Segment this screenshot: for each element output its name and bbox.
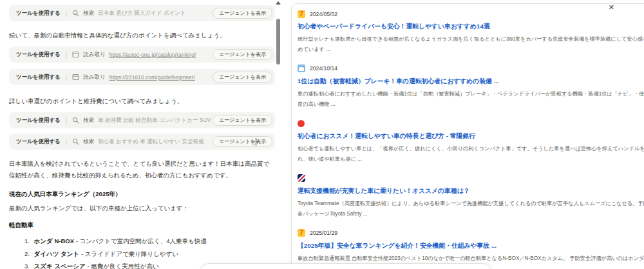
tool-name: 検索 (83, 117, 94, 125)
tool-use-label: ツールを使用する (16, 138, 61, 146)
search-query: 初心者 おすすめ 車 運転しやすい 安全装備 (98, 138, 204, 146)
result-title-link[interactable]: 1位は自動（被害軽減）ブレーキ！車の運転初心者におすすめの装備 ... (298, 77, 644, 86)
tool-use-label: ツールを使用する (16, 51, 61, 59)
tool-name: 検索 (83, 138, 94, 146)
result-snippet: 車の運転初心者におすすめしたい機能・装備1位は「自動（被害軽減）ブレーキ」・ベテ… (298, 89, 644, 110)
scrollbar[interactable] (275, 0, 281, 269)
list-number: 1. (24, 237, 30, 244)
red-dot-favicon-icon (298, 120, 305, 127)
separator: | (64, 10, 68, 17)
show-agent-button[interactable]: エージェントを表示 (213, 136, 272, 147)
show-agent-button-label: エージェントを表示 (219, 139, 266, 144)
result-title-link[interactable]: 運転支援機能が充実した車に乗りたい！オススメの車種は？ (298, 187, 644, 195)
search-result: 運転支援機能が充実した車に乗りたい！オススメの車種は？ Toyota Teamm… (298, 174, 644, 219)
search-result: 2024/10/14 1位は自動（被害軽減）ブレーキ！車の運転初心者におすすめの… (298, 65, 644, 110)
orange-7-favicon-icon (298, 229, 305, 237)
result-title-link[interactable]: 初心者におススメ！運転しやすい車の特長と選び方 - 常陽銀行 (298, 132, 644, 141)
tool-use-label: ツールを使用する (16, 74, 61, 81)
separator: | (64, 52, 68, 58)
search-query: 日本車 選び方 購入ガイド ポイント (98, 10, 185, 17)
car-description: - 燃費が良く実用性が高い (87, 263, 158, 269)
tool-use-entry-search-3[interactable]: ツールを使用する | 検索 初心者 おすすめ 車 運転しやすい 安全装備 エージ… (9, 134, 275, 150)
search-icon (72, 10, 79, 17)
show-agent-button[interactable]: エージェントを表示 (213, 8, 272, 19)
result-date: 2024/05/02 (310, 11, 337, 17)
tool-use-entry-read-2[interactable]: ツールを使用する | 読み取り https://221616.com/guide… (9, 69, 275, 85)
scroll-up-arrow-icon[interactable] (276, 1, 281, 5)
text-cursor (256, 138, 256, 146)
close-icon[interactable]: ✕ (609, 4, 614, 11)
orange-7-favicon-icon (298, 10, 305, 18)
result-title-link[interactable]: 【2025年版】安全な車ランキングを紹介！安全機能・仕組みや事故 ... (298, 242, 644, 250)
car-description: - スライドドアで乗り降りしやすい (81, 250, 178, 257)
result-snippet: 現行型セレナも運転席から目視できる範囲が広くなるようガラス面を広く取るとともに3… (298, 34, 644, 55)
car-description: - コンパクトで室内空間が広く、4人乗車も快適 (76, 237, 207, 244)
list-item: 2. ダイハツ タント - スライドドアで乗り降りしやすい (24, 248, 275, 260)
separator: | (64, 74, 68, 81)
tool-use-entry-search-1[interactable]: ツールを使用する | 検索 日本車 選び方 購入ガイド ポイント エージェントを… (9, 5, 275, 21)
result-snippet: 初心者でも運転しやすい車とは、「視界が広く、疲れにくく、小回りの利くコンパクト車… (298, 144, 644, 164)
list-number: 2. (24, 250, 30, 257)
assistant-message: 詳しい車選びのポイントと維持費について調べてみましょう。 (9, 95, 275, 107)
show-agent-button[interactable]: エージェントを表示 (213, 115, 272, 126)
tool-name: 検索 (83, 10, 94, 17)
scrollbar-thumb[interactable] (276, 19, 280, 65)
tool-use-entry-search-2[interactable]: ツールを使用する | 検索 車 維持費 比較 軽自動車 コンパクトカー SUV … (9, 112, 275, 128)
tool-name: 読み取り (83, 74, 105, 81)
tool-use-label: ツールを使用する (16, 10, 61, 17)
show-agent-button[interactable]: エージェントを表示 (213, 72, 272, 83)
read-url-link[interactable]: https://221616.com/guide/beginner/ (109, 74, 195, 81)
result-date: 2024/10/14 (310, 65, 337, 72)
car-name: ダイハツ タント (34, 250, 80, 257)
search-query: 車 維持費 比較 軽自動車 コンパクトカー SUV ミニバン (98, 117, 213, 125)
car-name: ホンダ N-BOX (34, 237, 74, 244)
tool-use-entry-read-1[interactable]: ツールを使用する | 読み取り https://autoc-one.jp/cat… (9, 46, 275, 63)
list-number: 3. (24, 263, 30, 269)
navy-swoosh-favicon-icon (298, 174, 305, 182)
search-result: 2024/05/02 初心者やペーパードライバーも安心！運転しやすい車おすすめ1… (298, 10, 644, 55)
search-results-panel: 2024/05/02 初心者やペーパードライバーも安心！運転しやすい車おすすめ1… (291, 3, 644, 269)
read-url-link[interactable]: https://autoc-one.jp/catalog/ranking/ (109, 52, 196, 58)
result-snippet: Toyota Teammate（高度運転支援技術）により、あらゆる駐車シーンで先… (298, 199, 644, 219)
search-result: 初心者におススメ！運転しやすい車の特長と選び方 - 常陽銀行 初心者でも運転しや… (298, 119, 644, 164)
assistant-message: 続いて、最新の自動車情報と具体的な選び方のポイントを調べてみましょう。 (9, 30, 275, 41)
result-title-link[interactable]: 初心者やペーパードライバーも安心！運転しやすい車おすすめ14選 (298, 23, 644, 31)
document-icon (72, 51, 79, 58)
result-date: 2025/01/29 (310, 230, 337, 236)
message-input-popup[interactable] (200, 263, 491, 269)
show-agent-button[interactable]: エージェントを表示 (213, 49, 272, 60)
assistant-message: 日本車購入を検討されているということで、とても良い選択だと思います！日本車は高品… (9, 158, 275, 181)
search-icon (72, 117, 79, 124)
tool-name: 読み取り (83, 51, 105, 59)
assistant-message: 最新の人気ランキングでは、以下の車種が上位に入っています： (9, 203, 275, 214)
conversation-panel: ツールを使用する | 検索 日本車 選び方 購入ガイド ポイント エージェントを… (9, 0, 275, 269)
car-name: スズキ スペーシア (34, 263, 86, 269)
list-item: 1. ホンダ N-BOX - コンパクトで室内空間が広く、4人乗車も快適 (24, 235, 275, 247)
separator: | (64, 139, 68, 145)
tool-use-label: ツールを使用する (16, 117, 61, 125)
search-icon (72, 138, 79, 145)
ranking-heading: 現在の人気日本車ランキング（2025年） (9, 190, 275, 199)
separator: | (64, 117, 68, 124)
document-icon (72, 74, 79, 81)
blue-cloud-favicon-icon (298, 65, 305, 72)
kei-car-heading: 軽自動車 (9, 221, 275, 230)
